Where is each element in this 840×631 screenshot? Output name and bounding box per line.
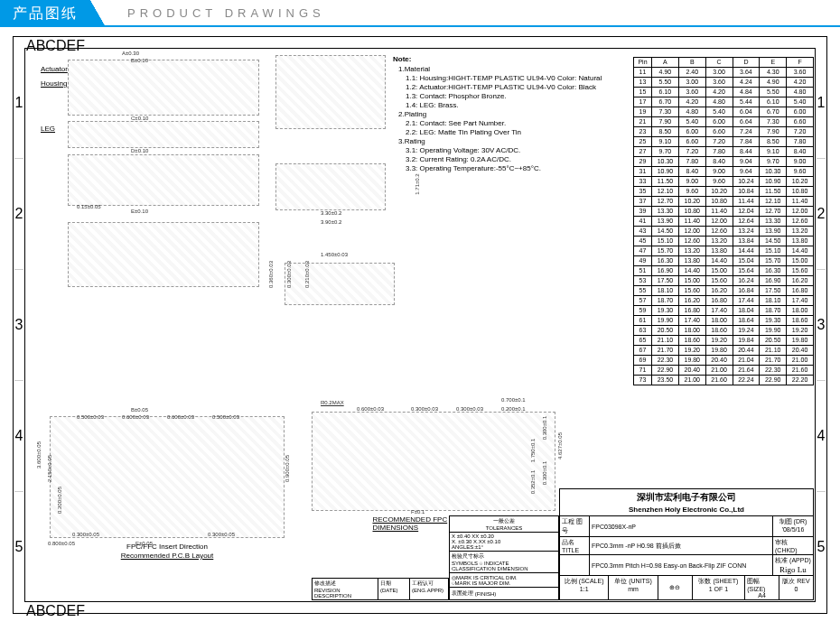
pin-cell: 6.00 — [678, 127, 705, 137]
sheet-value: 1 OF 1 — [709, 586, 728, 592]
pin-cell: 23.50 — [652, 376, 679, 385]
ruler-cell: 5 — [817, 491, 826, 602]
company-cn: 深圳市宏利电子有限公司 — [560, 489, 813, 506]
pin-cell: 13.90 — [760, 227, 787, 237]
table-row: 3913.3010.8011.4012.0412.7012.00 — [634, 207, 814, 217]
pin-cell: 17 — [634, 97, 652, 107]
ruler-right: 12345 — [817, 48, 826, 602]
table-row: 3110.908.409.009.6410.309.60 — [634, 167, 814, 177]
note-item: 2.1: Contact: See Part Number. — [406, 119, 619, 128]
ruler-cell: 3 — [14, 269, 23, 380]
pin-cell: 15.60 — [705, 276, 733, 286]
pin-cell: 67 — [634, 346, 652, 356]
ruler-cell: E — [66, 603, 76, 612]
recommended-fpc-dimensions: R0.2MAX 0.600±0.03 0.300±0.03 0.300±0.03… — [312, 403, 555, 529]
pin-cell: 39 — [634, 207, 652, 217]
pin-cell: 20.50 — [652, 326, 679, 336]
pin-cell: 47 — [634, 246, 652, 256]
pin-cell: 16.20 — [678, 296, 705, 306]
size-label: 图幅 (SIZE) — [747, 577, 777, 592]
pin-cell: 14.44 — [733, 246, 760, 256]
pin-cell: 41 — [634, 217, 652, 227]
note-item: 3.1: Operating Voltage: 30V AC/DC. — [406, 146, 619, 155]
pin-cell: 20.40 — [787, 346, 814, 356]
pin-cell: 13.80 — [705, 246, 733, 256]
pin-cell: 6.10 — [760, 97, 787, 107]
pin-cell: 16.90 — [652, 266, 679, 276]
pin-cell: 18.70 — [760, 306, 787, 316]
header-title-cn: 产品图纸 — [0, 0, 90, 27]
pin-cell: 21.60 — [705, 376, 733, 385]
r02max-label: R0.2MAX — [321, 400, 344, 405]
table-row: 5317.5015.0015.6016.2416.9016.20 — [634, 276, 814, 286]
pin-cell: 65 — [634, 336, 652, 346]
pin-header-cell: D — [733, 58, 760, 68]
dim-0900: 0.900±0.05 — [285, 455, 290, 482]
pin-cell: 21.64 — [733, 366, 760, 376]
pin-cell: 16.80 — [678, 306, 705, 316]
projection-symbol: ⊕⊖ — [658, 576, 692, 599]
pin-cell: 13.24 — [733, 227, 760, 237]
appd-value: Rigo Lu — [779, 565, 807, 574]
finish-cn: 表面处理 — [452, 589, 473, 598]
pin-cell: 21.10 — [652, 336, 679, 346]
pin-cell: 6.60 — [705, 127, 733, 137]
pin-cell: 19.24 — [733, 326, 760, 336]
pin-cell: 12.00 — [678, 227, 705, 237]
pin-cell: 18.60 — [678, 336, 705, 346]
pin-cell: 15.70 — [760, 256, 787, 266]
pin-cell: 5.44 — [733, 97, 760, 107]
table-row: 197.304.805.406.046.706.00 — [634, 107, 814, 117]
pin-cell: 3.60 — [678, 88, 705, 97]
pin-cell: 8.50 — [652, 127, 679, 137]
tol-class: CLASSIFICATION DIMENSION — [452, 566, 528, 571]
pin-cell: 18.00 — [787, 306, 814, 316]
tol-symbols: 检验尺寸标示 — [452, 552, 484, 561]
pin-cell: 11 — [634, 68, 652, 78]
dim-0300g: 0.300±0.1 — [542, 461, 547, 486]
pin-cell: 17.50 — [760, 286, 787, 296]
pin-cell: 12.00 — [705, 217, 733, 227]
eng-value: FPC03098X-nP — [589, 516, 772, 536]
pin-cell: 20.40 — [705, 356, 733, 366]
pin-cell: 13.20 — [705, 237, 733, 246]
ruler-cell: 4 — [817, 380, 826, 491]
note-item: 1.2: Actuator:HIGHT-TEMP PLASTIC UL94-V0… — [406, 83, 619, 92]
ruler-cell: F — [76, 603, 85, 612]
pin-cell: 10.24 — [733, 177, 760, 187]
pin-cell: 57 — [634, 296, 652, 306]
pin-cell: 10.30 — [652, 157, 679, 167]
date-label: 日期 — [380, 580, 407, 588]
pin-cell: 18.04 — [733, 306, 760, 316]
dim-330: 3.30±0.2 — [321, 210, 341, 216]
tol-line-2: ANGLES:±1° — [452, 544, 483, 550]
pin-cell: 18.10 — [652, 286, 679, 296]
pin-cell: 7.90 — [760, 127, 787, 137]
pin-cell: 59 — [634, 306, 652, 316]
pin-cell: 9.10 — [760, 147, 787, 157]
pin-cell: 7.24 — [733, 127, 760, 137]
pin-cell: 18.00 — [678, 326, 705, 336]
date-en: (DATE) — [380, 588, 407, 593]
ruler-cell: 1 — [14, 48, 23, 158]
insert-direction-label: FPC/FFC Insert Direction — [126, 543, 208, 551]
pin-cell: 14.50 — [760, 237, 787, 246]
pin-cell: 4.80 — [787, 88, 814, 97]
pin-cell: 19.20 — [705, 336, 733, 346]
tol-crit: ◎MARK IS CRITICAL DIM. — [452, 574, 518, 580]
units-value: mm — [628, 586, 639, 592]
pin-cell: 11.40 — [787, 197, 814, 207]
pin-cell: 3.64 — [733, 68, 760, 78]
table-row: 5718.7016.2016.8017.4418.1017.40 — [634, 296, 814, 306]
pin-cell: 10.80 — [678, 207, 705, 217]
pin-cell: 4.84 — [733, 88, 760, 97]
pin-cell: 3.60 — [705, 78, 733, 88]
pin-cell: 45 — [634, 237, 652, 246]
scale-label: 比例 (SCALE) — [565, 577, 604, 586]
pin-cell: 15.70 — [652, 246, 679, 256]
pin-cell: 4.90 — [652, 68, 679, 78]
appd-label: 核准 (APPD) — [775, 556, 811, 565]
pin-cell: 55 — [634, 286, 652, 296]
note-item: 3.3: Operating Temperature:-55°C~+85°C. — [406, 164, 619, 173]
pin-cell: 21.70 — [652, 346, 679, 356]
